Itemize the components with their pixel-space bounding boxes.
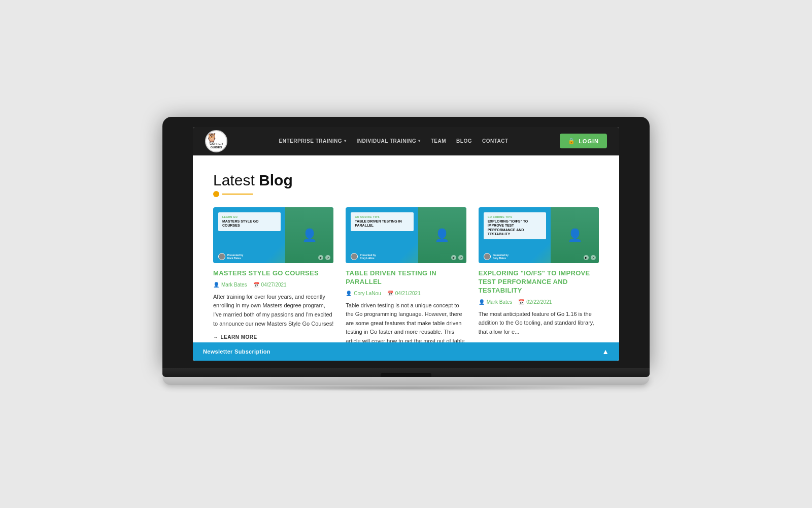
date-value-2: 04/21/2021 [395,291,421,296]
blog-excerpt-1: After training for over four years, and … [213,293,333,328]
thumb-icons-row-3: ▶ ↗ [584,255,596,260]
calendar-icon-3: 📅 [518,299,524,305]
blog-card-3: GO CODING TIPS EXPLORING "IO/FS" TO IMPR… [479,207,599,361]
main-content: Latest Blog LEARN GO [193,155,619,361]
author-name-1: Mark Bates [221,282,247,288]
play-icon-3: ▶ [584,255,589,260]
underline-dot [213,191,219,197]
laptop-notch [381,373,431,377]
nav-label-blog: BLOG [456,138,472,144]
navbar: 🦉 GOPHER GUIDES ENTERPRISE TRAINING ▾ IN… [193,127,619,155]
logo-owl-icon: 🦉 [206,133,226,142]
card-title-1[interactable]: MASTERS STYLE GO COURSES [213,269,333,278]
meta-author-3: 👤 Mark Bates [479,299,513,305]
login-label: LOGIN [579,138,599,144]
thumb-avatar-row-1: Presented byMark Bates [218,253,243,260]
thumb-avatar-row-2: Presented byCory LaNou [351,253,376,260]
nav-label-team: TEAM [431,138,446,144]
learn-more-label-1: LEARN MORE [221,334,257,340]
lock-icon: 🔒 [568,138,576,144]
nav-item-enterprise[interactable]: ENTERPRISE TRAINING ▾ [279,138,347,144]
blog-grid: LEARN GO MASTERS STYLE GO COURSES 👤 Pres… [213,207,599,361]
date-value-3: 02/22/2021 [526,299,552,305]
date-value-1: 04/27/2021 [261,282,287,288]
calendar-icon-2: 📅 [387,291,393,296]
thumb-avatar-2 [351,253,358,260]
thumb-label-3: GO CODING TIPS [488,215,542,218]
thumb-title-3: EXPLORING "IO/FS" TO IMPROVE TEST PERFOR… [488,219,542,237]
chevron-up-icon: ▲ [602,347,609,356]
blog-card-1: LEARN GO MASTERS STYLE GO COURSES 👤 Pres… [213,207,333,361]
laptop-shadow [203,385,609,391]
blog-meta-2: 👤 Cory LaNou 📅 04/21/2021 [346,291,466,296]
blog-header: Latest Blog [213,172,599,197]
nav-links: ENTERPRISE TRAINING ▾ INDIVIDUAL TRAININ… [279,138,509,144]
nav-label-contact: CONTACT [482,138,509,144]
thumb-label-1: LEARN GO [222,215,277,218]
thumb-title-2: TABLE DRIVEN TESTING IN PARALLEL [355,219,409,228]
nav-item-team[interactable]: TEAM [431,138,446,144]
nav-label-enterprise: ENTERPRISE TRAINING [279,138,343,144]
play-icon-1: ▶ [318,255,323,260]
thumb-avatar-3 [484,253,491,260]
blog-meta-3: 👤 Mark Bates 📅 02/22/2021 [479,299,599,305]
nav-item-contact[interactable]: CONTACT [482,138,509,144]
thumb-icons-row-1: ▶ ↗ [318,255,330,260]
nav-item-blog[interactable]: BLOG [456,138,472,144]
author-name-2: Cory LaNou [354,291,381,296]
laptop-base [162,368,650,377]
underline-line [222,194,253,195]
meta-date-3: 📅 02/22/2021 [518,299,552,305]
thumb-presenter-1: Presented byMark Bates [227,253,243,260]
blog-thumb-3[interactable]: GO CODING TIPS EXPLORING "IO/FS" TO IMPR… [479,207,599,263]
newsletter-label: Newsletter Subscription [203,348,270,355]
learn-more-link-1[interactable]: → LEARN MORE [213,334,333,340]
heading-normal: Latest [213,172,259,188]
author-name-3: Mark Bates [487,299,513,305]
thumb-label-2: GO CODING TIPS [355,215,409,218]
blog-thumb-2[interactable]: GO CODING TIPS TABLE DRIVEN TESTING IN P… [346,207,466,263]
share-icon-2: ↗ [458,255,463,260]
blog-card-2: GO CODING TIPS TABLE DRIVEN TESTING IN P… [346,207,466,361]
thumb-avatar-row-3: Presented byCory Bates [484,253,509,260]
chevron-down-icon: ▾ [344,139,347,143]
nav-item-individual[interactable]: INDIVIDUAL TRAINING ▾ [357,138,421,144]
thumb-icons-row-2: ▶ ↗ [451,255,463,260]
laptop-stand [162,377,650,385]
card-title-2[interactable]: TABLE DRIVEN TESTING IN PARALLEL [346,269,466,287]
share-icon-3: ↗ [591,255,596,260]
share-icon-1: ↗ [325,255,330,260]
heading-bold: Blog [259,172,293,188]
thumb-presenter-3: Presented byCory Bates [493,253,509,260]
chevron-down-icon: ▾ [418,139,421,143]
user-icon-2: 👤 [346,291,352,296]
card-title-3[interactable]: EXPLORING "IO/FS" TO IMPROVE TEST PERFOR… [479,269,599,295]
thumb-title-1: MASTERS STYLE GO COURSES [222,219,277,228]
thumb-avatar-1 [218,253,225,260]
page-title: Latest Blog [213,172,599,189]
user-icon-1: 👤 [213,282,219,288]
newsletter-bar[interactable]: Newsletter Subscription ▲ [193,342,619,361]
blog-excerpt-3: The most anticipated feature of Go 1.16 … [479,310,599,337]
meta-author-1: 👤 Mark Bates [213,282,247,288]
logo-text: GOPHER GUIDES [206,142,226,149]
header-underline [213,191,599,197]
blog-meta-1: 👤 Mark Bates 📅 04/27/2021 [213,282,333,288]
arrow-icon-1: → [213,334,219,340]
meta-date-1: 📅 04/27/2021 [253,282,287,288]
play-icon-2: ▶ [451,255,456,260]
calendar-icon-1: 📅 [253,282,259,288]
logo[interactable]: 🦉 GOPHER GUIDES [205,130,227,152]
thumb-presenter-2: Presented byCory LaNou [360,253,376,260]
blog-thumb-1[interactable]: LEARN GO MASTERS STYLE GO COURSES 👤 Pres… [213,207,333,263]
meta-author-2: 👤 Cory LaNou [346,291,381,296]
login-button[interactable]: 🔒 LOGIN [560,134,607,148]
user-icon-3: 👤 [479,299,485,305]
meta-date-2: 📅 04/21/2021 [387,291,421,296]
nav-label-individual: INDIVIDUAL TRAINING [357,138,417,144]
